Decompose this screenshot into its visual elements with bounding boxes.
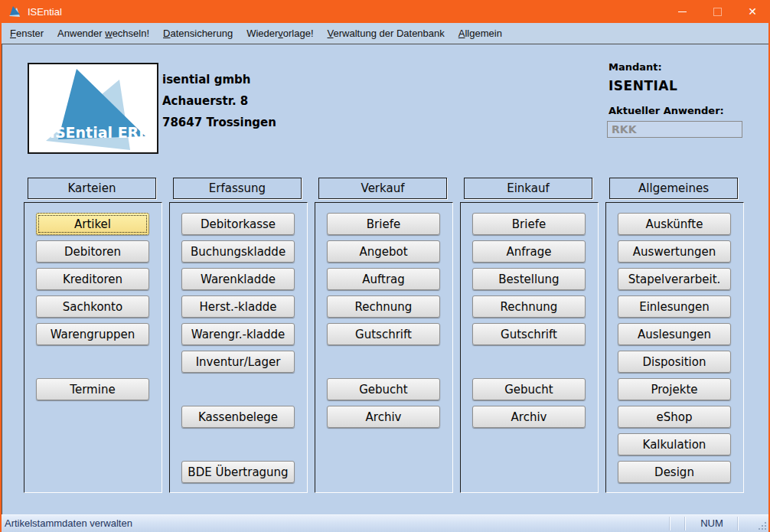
- button-stapelverarbeit[interactable]: Stapelverarbeit.: [618, 268, 731, 290]
- column-header-erfassung: Erfassung: [173, 178, 302, 199]
- company-address: isential gmbh Achauerstr. 8 78647 Trossi…: [162, 73, 276, 137]
- minimize-icon: [678, 11, 687, 12]
- button-termine[interactable]: Termine: [36, 378, 149, 400]
- button-archiv[interactable]: Archiv: [472, 406, 586, 428]
- menu-item-anwender-wechseln[interactable]: Anwender wechseln!: [51, 23, 156, 44]
- logo-text: ISEntial ERP: [50, 124, 149, 141]
- button-herst-kladde[interactable]: Herst.-kladde: [181, 295, 295, 318]
- client-area: ISEntial ERP isential gmbh Achauerstr. 8…: [2, 44, 768, 514]
- button-gebucht[interactable]: Gebucht: [327, 378, 440, 400]
- column-body-karteien: ArtikelDebitorenKreditorenSachkontoWaren…: [24, 202, 162, 493]
- column-body-verkauf: BriefeAngebotAuftragRechnungGutschriftGe…: [315, 202, 453, 493]
- menu-item-verwaltung-der-datenbank[interactable]: Verwaltung der Datenbank: [321, 23, 452, 44]
- button-auftrag[interactable]: Auftrag: [327, 268, 440, 290]
- column-header-verkauf: Verkauf: [318, 178, 447, 199]
- title-bar: ISEntial ✕: [0, 0, 770, 23]
- app-window: ISEntial ✕ FensterAnwender wechseln!Date…: [0, 0, 770, 532]
- status-text: Artikelstammdaten verwalten: [5, 517, 132, 529]
- current-user-label: Aktueller Anwender:: [608, 105, 724, 116]
- button-kalkulation[interactable]: Kalkulation: [618, 433, 731, 455]
- status-separator: [738, 517, 739, 530]
- address-line: isential gmbh: [162, 73, 276, 86]
- minimize-button[interactable]: [664, 0, 700, 23]
- status-separator: [670, 517, 670, 530]
- button-warengruppen[interactable]: Warengruppen: [36, 323, 149, 345]
- button-warenkladde[interactable]: Warenkladde: [181, 268, 295, 290]
- maximize-button[interactable]: [700, 0, 735, 23]
- button-briefe[interactable]: Briefe: [327, 213, 440, 235]
- app-logo-icon: [8, 5, 21, 18]
- button-briefe[interactable]: Briefe: [472, 213, 586, 235]
- num-lock-indicator: NUM: [688, 517, 736, 529]
- button-projekte[interactable]: Projekte: [618, 378, 731, 400]
- close-icon: ✕: [748, 6, 757, 17]
- mandant-label: Mandant:: [608, 61, 662, 73]
- maximize-icon: [713, 8, 722, 16]
- button-debitoren[interactable]: Debitoren: [36, 240, 149, 263]
- menu-item-allgemein[interactable]: Allgemein: [452, 23, 509, 44]
- button-archiv[interactable]: Archiv: [327, 406, 440, 428]
- button-bestellung[interactable]: Bestellung: [472, 268, 586, 290]
- column-header-einkauf: Einkauf: [464, 178, 592, 199]
- button-auslesungen[interactable]: Auslesungen: [618, 323, 731, 345]
- button-gutschrift[interactable]: Gutschrift: [472, 323, 586, 345]
- button-einlesungen[interactable]: Einlesungen: [618, 295, 731, 318]
- status-separator: [685, 517, 686, 530]
- button-auswertungen[interactable]: Auswertungen: [618, 240, 731, 263]
- button-inventur-lager[interactable]: Inventur/Lager: [181, 351, 295, 373]
- button-rechnung[interactable]: Rechnung: [327, 295, 440, 318]
- button-debitorkasse[interactable]: Debitorkasse: [181, 213, 295, 235]
- button-kassenbelege[interactable]: Kassenbelege: [181, 406, 295, 428]
- column-body-erfassung: DebitorkasseBuchungskladdeWarenkladdeHer…: [169, 202, 308, 493]
- current-user-field[interactable]: [607, 121, 742, 138]
- column-header-allgemeines: Allgemeines: [609, 178, 738, 199]
- logo-image: ISEntial ERP: [29, 64, 157, 152]
- address-line: Achauerstr. 8: [162, 94, 276, 108]
- window-title: ISEntial: [28, 6, 62, 18]
- button-rechnung[interactable]: Rechnung: [472, 295, 586, 318]
- button-sachkonto[interactable]: Sachkonto: [36, 295, 149, 318]
- menu-item-fenster[interactable]: Fenster: [3, 23, 51, 44]
- address-line: 78647 Trossingen: [162, 116, 276, 129]
- button-anfrage[interactable]: Anfrage: [472, 240, 586, 263]
- column-body-einkauf: BriefeAnfrageBestellungRechnungGutschrif…: [460, 202, 599, 493]
- button-angebot[interactable]: Angebot: [327, 240, 440, 263]
- button-artikel[interactable]: Artikel: [36, 213, 149, 235]
- button-ausk-nfte[interactable]: Auskünfte: [618, 213, 731, 235]
- status-bar: Artikelstammdaten verwalten NUM: [2, 514, 768, 532]
- company-logo: ISEntial ERP: [28, 63, 158, 154]
- button-disposition[interactable]: Disposition: [618, 351, 731, 373]
- menu-item-wiedervorlage[interactable]: Wiedervorlage!: [240, 23, 320, 44]
- window-controls: ✕: [664, 0, 770, 23]
- column-body-allgemeines: AuskünfteAuswertungenStapelverarbeit.Ein…: [605, 202, 744, 493]
- button-buchungskladde[interactable]: Buchungskladde: [181, 240, 295, 263]
- button-bde-bertragung[interactable]: BDE Übertragung: [181, 461, 295, 483]
- button-warengr-kladde[interactable]: Warengr.-kladde: [181, 323, 295, 345]
- menu-item-datensicherung[interactable]: Datensicherung: [156, 23, 240, 44]
- button-gutschrift[interactable]: Gutschrift: [327, 323, 440, 345]
- column-header-karteien: Karteien: [28, 178, 156, 199]
- close-button[interactable]: ✕: [735, 0, 770, 23]
- button-gebucht[interactable]: Gebucht: [472, 378, 586, 400]
- resize-grip-icon[interactable]: [758, 521, 766, 530]
- button-kreditoren[interactable]: Kreditoren: [36, 268, 149, 290]
- menu-bar: FensterAnwender wechseln!DatensicherungW…: [2, 23, 768, 44]
- button-design[interactable]: Design: [618, 461, 731, 483]
- mandant-value: ISENTIAL: [608, 78, 677, 93]
- button-eshop[interactable]: eShop: [618, 406, 731, 428]
